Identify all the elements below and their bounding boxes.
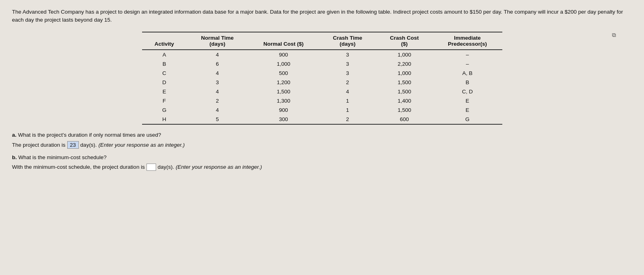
cell-predecessors-4: C, D	[433, 87, 502, 96]
cell-normal_cost-4: 1,500	[248, 87, 319, 96]
cell-predecessors-2: A, B	[433, 69, 502, 78]
cell-crash_time-6: 1	[319, 105, 376, 115]
col-header-activity: Activity	[142, 32, 187, 50]
cell-crash_cost-7: 600	[376, 115, 433, 124]
cell-activity-3: D	[142, 78, 187, 87]
table-row: F21,30011,400E	[142, 96, 502, 105]
cell-crash_time-5: 1	[319, 96, 376, 105]
cell-crash_time-4: 4	[319, 87, 376, 96]
table-row: E41,50041,500C, D	[142, 87, 502, 96]
cell-normal_time-1: 6	[187, 59, 248, 69]
answer-a: The project duration is 23 day(s). (Ente…	[12, 141, 632, 149]
cell-activity-5: F	[142, 96, 187, 105]
cell-predecessors-1: –	[433, 59, 502, 69]
cell-predecessors-0: –	[433, 50, 502, 59]
cell-crash_cost-2: 1,000	[376, 69, 433, 78]
cell-crash_cost-3: 1,500	[376, 78, 433, 87]
table-row: B61,00032,200–	[142, 59, 502, 69]
cell-predecessors-5: E	[433, 96, 502, 105]
cell-normal_cost-5: 1,300	[248, 96, 319, 105]
cell-crash_cost-5: 1,400	[376, 96, 433, 105]
cell-predecessors-3: B	[433, 78, 502, 87]
cell-crash_time-1: 3	[319, 59, 376, 69]
cell-crash_cost-6: 1,500	[376, 105, 433, 115]
cell-crash_cost-4: 1,500	[376, 87, 433, 96]
cell-crash_time-2: 3	[319, 69, 376, 78]
cell-normal_cost-1: 1,000	[248, 59, 319, 69]
cell-normal_cost-3: 1,200	[248, 78, 319, 87]
cell-crash_time-7: 2	[319, 115, 376, 124]
cell-crash_cost-1: 2,200	[376, 59, 433, 69]
table-row: A490031,000–	[142, 50, 502, 59]
cell-normal_cost-6: 900	[248, 105, 319, 115]
cell-normal_time-2: 4	[187, 69, 248, 78]
cell-activity-2: C	[142, 69, 187, 78]
table-section: ⧉ Activity Normal Time (days) Normal Cos…	[12, 32, 632, 125]
col-header-normal-cost: Normal Cost ($)	[248, 32, 319, 50]
cell-activity-7: H	[142, 115, 187, 124]
cell-normal_cost-7: 300	[248, 115, 319, 124]
col-header-immediate: Immediate Predecessor(s)	[433, 32, 502, 50]
table-row: G490011,500E	[142, 105, 502, 115]
cell-normal_time-5: 2	[187, 96, 248, 105]
cell-normal_cost-0: 900	[248, 50, 319, 59]
intro-text: The Advanced Tech Company has a project …	[12, 8, 632, 24]
cell-normal_time-4: 4	[187, 87, 248, 96]
cell-activity-4: E	[142, 87, 187, 96]
copy-icon[interactable]: ⧉	[612, 32, 616, 38]
cell-normal_cost-2: 500	[248, 69, 319, 78]
cell-predecessors-7: G	[433, 115, 502, 124]
cell-predecessors-6: E	[433, 105, 502, 115]
col-header-crash-time: Crash Time (days)	[319, 32, 376, 50]
cell-normal_time-6: 4	[187, 105, 248, 115]
cell-crash_time-3: 2	[319, 78, 376, 87]
cell-activity-1: B	[142, 59, 187, 69]
cell-crash_time-0: 3	[319, 50, 376, 59]
cell-normal_time-3: 3	[187, 78, 248, 87]
answer-b-input[interactable]	[146, 164, 156, 171]
cell-crash_cost-0: 1,000	[376, 50, 433, 59]
cell-activity-6: G	[142, 105, 187, 115]
answer-b: With the minimum-cost schedule, the proj…	[12, 164, 632, 171]
answer-a-value[interactable]: 23	[67, 141, 79, 149]
question-a: a. What is the project's duration if onl…	[12, 132, 632, 138]
cell-activity-0: A	[142, 50, 187, 59]
col-header-crash-cost: Crash Cost ($)	[376, 32, 433, 50]
table-row: H53002600G	[142, 115, 502, 124]
question-b: b. What is the minimum-cost schedule?	[12, 154, 632, 160]
cell-normal_time-0: 4	[187, 50, 248, 59]
table-row: C450031,000A, B	[142, 69, 502, 78]
table-row: D31,20021,500B	[142, 78, 502, 87]
cell-normal_time-7: 5	[187, 115, 248, 124]
data-table: Activity Normal Time (days) Normal Cost …	[142, 32, 502, 125]
col-header-normal-time: Normal Time (days)	[187, 32, 248, 50]
